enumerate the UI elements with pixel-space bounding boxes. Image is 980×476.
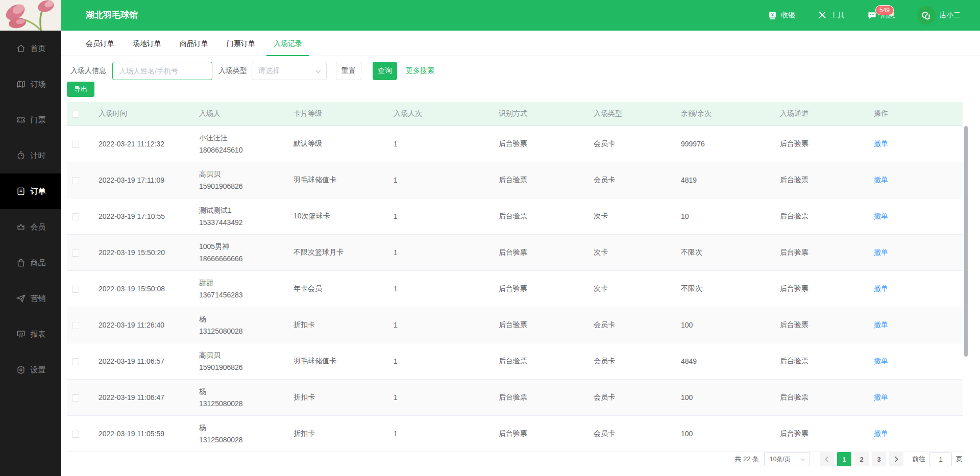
cell-entry-person: 1005男神 18666666666 [194, 234, 288, 270]
cashier-icon: ¥ [768, 11, 777, 20]
person-phone: 13125080028 [199, 325, 288, 337]
cell-card-level: 折扣卡 [288, 307, 388, 343]
cancel-order-link[interactable]: 撤单 [874, 393, 888, 401]
messages-button[interactable]: 消息 549 [867, 11, 895, 20]
cell-entry-channel: 后台验票 [775, 379, 869, 415]
user-menu[interactable]: 店小二 [917, 6, 961, 24]
cell-card-level: 默认等级 [288, 126, 388, 162]
cell-entry-time: 2022-03-19 17:11:09 [93, 162, 194, 198]
sidebar-item-timing[interactable]: 计时 [0, 138, 61, 173]
sidebar-item-tickets[interactable]: 门票 [0, 102, 61, 138]
member-icon [16, 222, 26, 232]
cell-recognition: 后台验票 [494, 343, 589, 379]
svg-text:¥: ¥ [771, 12, 774, 17]
main-content: 会员订单 场地订单 商品订单 门票订单 入场记录 入场人信息 入场类型 请选择 … [61, 31, 980, 476]
cell-entry-type: 会员卡 [589, 162, 676, 198]
cell-entry-type: 次卡 [589, 234, 676, 270]
header-actions: ¥ 收银 工具 消息 549 店小二 [768, 0, 961, 31]
cell-entry-person: 杨 13125080028 [194, 307, 288, 343]
pagination: 共 22 条 10条/页 1 2 3 前往 页 [734, 452, 963, 466]
person-phone: 18666666666 [199, 253, 288, 265]
cancel-order-link[interactable]: 撤单 [874, 248, 888, 256]
tab-venue-orders[interactable]: 场地订单 [126, 31, 168, 56]
more-search-link[interactable]: 更多搜索 [406, 66, 434, 76]
row-checkbox[interactable] [72, 358, 79, 365]
paper-plane-icon [16, 293, 26, 304]
cancel-order-link[interactable]: 撤单 [874, 357, 888, 365]
vertical-scrollbar[interactable] [964, 126, 968, 357]
timer-icon [16, 151, 26, 161]
entry-person-input[interactable] [112, 62, 212, 80]
goto-page-input[interactable] [929, 452, 952, 466]
chevron-down-icon [800, 456, 805, 463]
cell-recognition: 后台验票 [494, 198, 589, 234]
cell-entry-channel: 后台验票 [775, 270, 869, 307]
query-button[interactable]: 查询 [373, 62, 397, 80]
cell-entry-channel: 后台验票 [775, 234, 869, 270]
table-body: 2022-03-21 11:12:32 小汪汪汪 18086245610 默认等… [67, 126, 963, 452]
shopping-bag-icon [16, 258, 26, 268]
cell-recognition: 后台验票 [494, 415, 589, 452]
cell-recognition: 后台验票 [494, 307, 589, 343]
tools-button[interactable]: 工具 [818, 11, 845, 20]
cell-entry-person: 杨 13125080028 [194, 415, 288, 452]
sidebar-item-home[interactable]: 首页 [0, 31, 61, 66]
cancel-order-link[interactable]: 撤单 [874, 320, 888, 329]
next-page-button[interactable] [889, 452, 903, 466]
cell-entry-time: 2022-03-19 11:06:47 [93, 379, 194, 415]
row-checkbox[interactable] [72, 177, 79, 184]
tab-member-orders[interactable]: 会员订单 [79, 31, 121, 56]
cell-card-level: 折扣卡 [288, 415, 388, 452]
cell-balance: 10 [676, 198, 775, 234]
row-checkbox[interactable] [72, 249, 79, 257]
sidebar-item-booking[interactable]: 订场 [0, 66, 61, 102]
col-balance: 余额/余次 [676, 102, 775, 126]
cell-entry-time: 2022-03-19 11:06:57 [93, 343, 194, 379]
goto-suffix: 页 [956, 455, 963, 464]
sidebar-item-goods[interactable]: 商品 [0, 245, 61, 281]
sidebar-item-orders[interactable]: 订单 [0, 173, 61, 209]
row-checkbox[interactable] [72, 394, 79, 402]
prev-page-button[interactable] [820, 452, 834, 466]
total-count: 共 22 条 [734, 455, 759, 464]
page-size-select[interactable]: 10条/页 [764, 452, 810, 466]
table-row: 2022-03-19 17:10:55 测试测试1 15337443492 10… [67, 198, 963, 234]
export-button[interactable]: 导出 [67, 82, 94, 97]
sidebar-item-settings[interactable]: 设置 [0, 352, 61, 388]
table-row: 2022-03-19 11:06:47 杨 13125080028 折扣卡 1 … [67, 379, 963, 415]
sidebar-item-members[interactable]: 会员 [0, 209, 61, 245]
page-button-3[interactable]: 3 [872, 452, 886, 466]
page-button-1[interactable]: 1 [837, 452, 851, 466]
table-row: 2022-03-19 15:50:20 1005男神 18666666666 不… [67, 234, 963, 270]
cancel-order-link[interactable]: 撤单 [874, 212, 888, 220]
person-phone: 13125080028 [199, 397, 288, 410]
row-checkbox[interactable] [72, 286, 79, 293]
cancel-order-link[interactable]: 撤单 [874, 139, 888, 147]
sidebar-item-reports[interactable]: 报表 [0, 316, 61, 352]
reset-button[interactable]: 重置 [336, 62, 361, 80]
tab-goods-orders[interactable]: 商品订单 [173, 31, 215, 56]
row-checkbox[interactable] [72, 431, 79, 438]
cell-card-level: 年卡会员 [288, 270, 388, 307]
tab-ticket-orders[interactable]: 门票订单 [219, 31, 262, 56]
row-checkbox[interactable] [72, 322, 79, 329]
sidebar-item-marketing[interactable]: 营销 [0, 281, 61, 316]
entry-records-table: 入场时间 入场人 卡片等级 入场人次 识别方式 入场类型 余额/余次 入场通道 … [67, 102, 963, 452]
cancel-order-link[interactable]: 撤单 [874, 176, 888, 184]
cancel-order-link[interactable]: 撤单 [874, 429, 888, 437]
tulip-logo-image [0, 0, 61, 31]
cell-entry-time: 2022-03-19 11:05:59 [93, 415, 194, 452]
row-checkbox[interactable] [72, 213, 79, 220]
page-button-2[interactable]: 2 [854, 452, 869, 466]
brand-logo [0, 0, 61, 31]
cell-entry-person: 杨 13125080028 [194, 379, 288, 415]
table-row: 2022-03-19 17:11:09 高贝贝 15901906826 羽毛球储… [67, 162, 963, 198]
cancel-order-link[interactable]: 撤单 [874, 284, 888, 292]
entry-type-select[interactable]: 请选择 [252, 62, 327, 80]
cell-entry-count: 1 [388, 126, 494, 162]
select-all-checkbox[interactable] [72, 111, 79, 118]
row-checkbox[interactable] [72, 141, 79, 148]
cashier-button[interactable]: ¥ 收银 [768, 11, 795, 20]
tab-entry-records[interactable]: 入场记录 [266, 31, 309, 56]
cell-entry-count: 1 [388, 343, 494, 379]
